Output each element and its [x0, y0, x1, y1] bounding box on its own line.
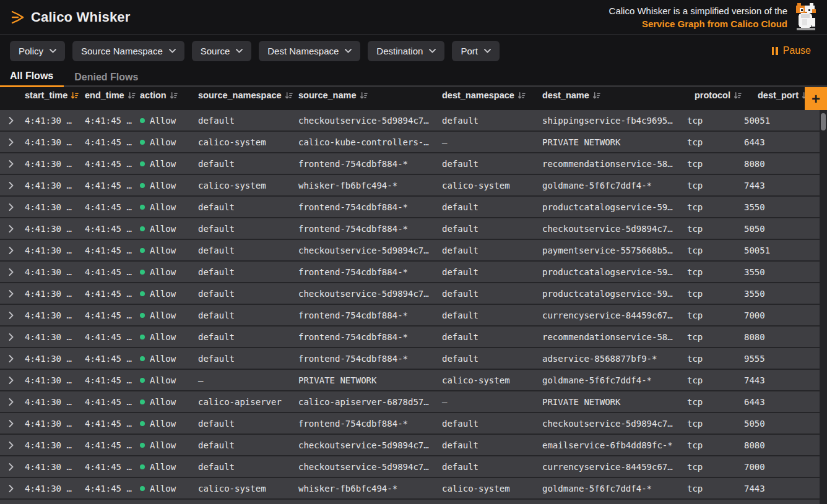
table-row[interactable]: 4:41:30 … 4:41:45 … Allow default fronte… [0, 197, 820, 218]
table-row[interactable]: 4:41:30 … 4:41:45 … Allow default fronte… [0, 348, 820, 370]
sort-icon [128, 92, 136, 100]
cell-source-namespace: – [196, 375, 296, 385]
cell-action: Allow [137, 116, 196, 126]
expand-chevron-icon[interactable] [0, 268, 22, 276]
cell-end-time: 4:41:45 … [82, 159, 137, 169]
table-row[interactable]: 4:41:30 … 4:41:45 … Allow default checko… [0, 435, 820, 456]
filter-destination[interactable]: Destination [368, 41, 444, 61]
table-row[interactable]: 4:41:30 … 4:41:45 … Allow – PRIVATE NETW… [0, 370, 820, 391]
cell-source-namespace: default [196, 224, 296, 234]
tab-denied-flows[interactable]: Denied Flows [64, 67, 149, 87]
col-header-dest-port[interactable]: dest_port [742, 90, 810, 100]
col-header-dest-namespace[interactable]: dest_namespace [439, 90, 540, 100]
col-header-source-namespace[interactable]: source_namespace [196, 90, 296, 100]
expand-chevron-icon[interactable] [0, 420, 22, 427]
cell-dest-namespace: default [439, 310, 540, 320]
tab-all-flows[interactable]: All Flows [0, 67, 64, 87]
tagline: Calico Whisker is a simplified version o… [609, 3, 821, 32]
col-header-protocol[interactable]: protocol [685, 90, 742, 100]
table-row[interactable]: 4:41:30 … 4:41:45 … Allow default fronte… [0, 218, 820, 240]
expand-chevron-icon[interactable] [0, 355, 22, 362]
expand-chevron-icon[interactable] [0, 139, 22, 146]
table-row[interactable]: 4:41:30 … 4:41:45 … Allow default fronte… [0, 153, 820, 175]
filter-dest-namespace[interactable]: Dest Namespace [259, 41, 360, 61]
table-row[interactable]: 4:41:30 … 4:41:45 … Allow calico-system … [0, 132, 820, 153]
cell-start-time: 4:41:30 … [22, 462, 82, 472]
table-row-partial [0, 500, 820, 504]
filter-source-namespace[interactable]: Source Namespace [72, 41, 184, 61]
col-header-start-time[interactable]: start_time [22, 90, 82, 100]
cell-dest-namespace: default [439, 246, 540, 255]
expand-chevron-icon[interactable] [0, 117, 22, 124]
cell-dest-namespace: default [439, 332, 540, 342]
expand-chevron-icon[interactable] [0, 290, 22, 297]
vertical-scrollbar[interactable] [820, 110, 827, 504]
cell-dest-port: 7443 [742, 484, 820, 493]
expand-chevron-icon[interactable] [0, 247, 22, 254]
scrollbar-thumb[interactable] [821, 113, 826, 130]
cell-dest-namespace: calico-system [439, 375, 540, 385]
cell-protocol: tcp [685, 419, 742, 429]
col-header-source-name[interactable]: source_name [296, 90, 439, 100]
cell-action: Allow [137, 462, 196, 472]
table-row[interactable]: 4:41:30 … 4:41:45 … Allow default checko… [0, 110, 820, 132]
table-row[interactable]: 4:41:30 … 4:41:45 … Allow default checko… [0, 240, 820, 262]
allow-status-dot [140, 356, 145, 361]
cell-dest-namespace: default [439, 267, 540, 277]
sort-icon [71, 92, 79, 100]
expand-chevron-icon[interactable] [0, 398, 22, 406]
table-row[interactable]: 4:41:30 … 4:41:45 … Allow default fronte… [0, 305, 820, 327]
cell-source-name: whisker-fb6bfc494-* [296, 181, 439, 190]
service-graph-link[interactable]: Service Graph from Calico Cloud [609, 17, 787, 30]
allow-status-dot [140, 248, 145, 253]
filter-destination-label: Destination [376, 46, 423, 56]
cell-dest-name: currencyservice-84459c67… [540, 310, 685, 320]
cell-protocol: tcp [685, 354, 742, 364]
cell-dest-name: currencyservice-84459c67… [540, 462, 685, 472]
cell-dest-port: 5050 [742, 419, 820, 429]
expand-chevron-icon[interactable] [0, 377, 22, 384]
expand-chevron-icon[interactable] [0, 312, 22, 319]
filter-port-label: Port [461, 46, 478, 56]
cell-source-name: frontend-754cdbf884-* [296, 159, 439, 169]
cell-start-time: 4:41:30 … [22, 310, 82, 320]
cell-dest-namespace: default [439, 289, 540, 299]
cell-source-namespace: default [196, 419, 296, 429]
cell-dest-name: shippingservice-fb4c9695… [540, 116, 685, 126]
table-row[interactable]: 4:41:30 … 4:41:45 … Allow default checko… [0, 456, 820, 478]
cell-source-namespace: default [196, 462, 296, 472]
filter-source-label: Source [201, 46, 230, 56]
filter-port[interactable]: Port [452, 41, 500, 61]
table-row[interactable]: 4:41:30 … 4:41:45 … Allow default fronte… [0, 413, 820, 435]
expand-chevron-icon[interactable] [0, 485, 22, 492]
expand-chevron-icon[interactable] [0, 463, 22, 471]
cell-protocol: tcp [685, 310, 742, 320]
col-header-action[interactable]: action [137, 90, 196, 100]
expand-chevron-icon[interactable] [0, 182, 22, 189]
cell-source-name: PRIVATE NETWORK [296, 375, 439, 385]
cell-protocol: tcp [685, 397, 742, 407]
col-header-dest-name[interactable]: dest_name [540, 90, 685, 100]
cat-mascot-image [794, 3, 821, 32]
action-label: Allow [150, 462, 176, 472]
table-row[interactable]: 4:41:30 … 4:41:45 … Allow calico-apiserv… [0, 391, 820, 413]
table-row[interactable]: 4:41:30 … 4:41:45 … Allow default checko… [0, 283, 820, 305]
table-row[interactable]: 4:41:30 … 4:41:45 … Allow calico-system … [0, 478, 820, 500]
pause-button[interactable]: Pause [766, 41, 817, 60]
col-header-end-time[interactable]: end_time [82, 90, 137, 100]
filter-policy[interactable]: Policy [10, 41, 65, 61]
expand-chevron-icon[interactable] [0, 203, 22, 211]
expand-chevron-icon[interactable] [0, 225, 22, 233]
expand-chevron-icon[interactable] [0, 442, 22, 449]
table-row[interactable]: 4:41:30 … 4:41:45 … Allow calico-system … [0, 175, 820, 197]
table-row[interactable]: 4:41:30 … 4:41:45 … Allow default fronte… [0, 327, 820, 348]
add-column-button[interactable]: + [805, 87, 827, 110]
cell-dest-name: paymentservice-5575668b5… [540, 246, 685, 255]
table-row[interactable]: 4:41:30 … 4:41:45 … Allow default fronte… [0, 262, 820, 283]
cell-dest-port: 7000 [742, 462, 820, 472]
filter-policy-label: Policy [19, 46, 43, 56]
expand-chevron-icon[interactable] [0, 160, 22, 168]
filter-source[interactable]: Source [192, 41, 252, 61]
expand-chevron-icon[interactable] [0, 333, 22, 341]
col-label: end_time [85, 90, 124, 100]
